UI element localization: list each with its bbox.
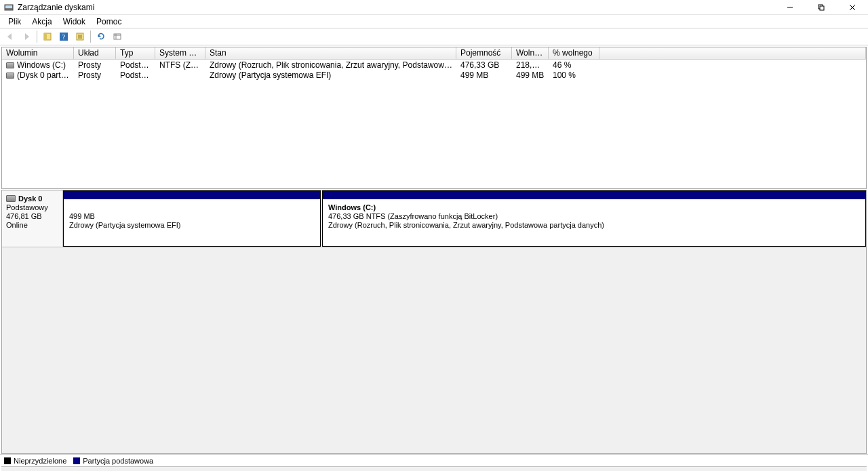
volume-capacity: 476,33 GB	[456, 60, 512, 70]
column-layout[interactable]: Układ	[74, 47, 116, 59]
volume-list: Wolumin Układ Typ System plik... Stan Po…	[1, 47, 867, 189]
volume-fs: NTFS (Zaszy...	[155, 60, 205, 70]
volume-icon	[6, 62, 14, 68]
volume-free: 218,96 GB	[512, 60, 549, 70]
toolbar: ?	[0, 28, 868, 45]
partition-size: 499 MB	[69, 212, 315, 221]
partition-windows[interactable]: Windows (C:) 476,33 GB NTFS (Zaszyfrowan…	[322, 190, 866, 247]
volume-list-header: Wolumin Układ Typ System plik... Stan Po…	[2, 47, 866, 60]
column-pctfree[interactable]: % wolnego	[549, 47, 599, 59]
volume-name: (Dysk 0 partycja 1)	[17, 70, 74, 80]
column-filesystem[interactable]: System plik...	[155, 47, 205, 59]
volume-pctfree: 46 %	[549, 60, 599, 70]
svg-text:?: ?	[62, 33, 66, 41]
show-hide-console-tree-button[interactable]	[40, 29, 55, 44]
disk-graphic-panel: Dysk 0 Podstawowy 476,81 GB Online 499 M…	[1, 190, 867, 454]
menu-bar: Plik Akcja Widok Pomoc	[0, 15, 868, 28]
column-capacity[interactable]: Pojemność	[456, 47, 512, 59]
menu-action[interactable]: Akcja	[26, 16, 57, 28]
toolbar-separator	[37, 30, 37, 43]
properties-button[interactable]	[73, 29, 87, 44]
volume-capacity: 499 MB	[456, 70, 512, 80]
title-bar: Zarządzanie dyskami	[0, 0, 868, 15]
menu-view[interactable]: Widok	[58, 16, 91, 28]
disk-size: 476,81 GB	[6, 212, 58, 221]
disk-online: Online	[6, 221, 58, 230]
minimize-button[interactable]	[774, 0, 806, 15]
partition-efi[interactable]: 499 MB Zdrowy (Partycja systemowa EFI)	[63, 190, 321, 247]
column-status[interactable]: Stan	[205, 47, 456, 59]
svg-rect-15	[114, 34, 121, 39]
legend-unallocated: Nieprzydzielone	[14, 457, 66, 465]
volume-type: Podstaw...	[116, 60, 155, 70]
svg-rect-4	[820, 6, 824, 10]
svg-rect-1	[5, 5, 12, 8]
window-title: Zarządzanie dyskami	[18, 3, 94, 12]
column-spacer	[599, 47, 866, 59]
disk-basic: Podstawowy	[6, 203, 58, 212]
legend-swatch-unallocated	[4, 457, 11, 464]
disk-name: Dysk 0	[18, 194, 42, 203]
column-type[interactable]: Typ	[116, 47, 155, 59]
volume-row[interactable]: (Dysk 0 partycja 1) Prosty Podstaw... Zd…	[2, 70, 866, 80]
partition-details: 476,33 GB NTFS (Zaszyfrowano funkcją Bit…	[328, 212, 860, 221]
maximize-button[interactable]	[806, 0, 837, 15]
close-button[interactable]	[837, 0, 868, 15]
legend: Nieprzydzielone Partycja podstawowa	[0, 454, 868, 466]
partition-name: Windows (C:)	[328, 203, 860, 212]
list-settings-button[interactable]	[110, 29, 125, 44]
partition-bar	[323, 191, 865, 199]
volume-layout: Prosty	[74, 70, 116, 80]
forward-button[interactable]	[19, 29, 34, 44]
partition-status: Zdrowy (Partycja systemowa EFI)	[69, 221, 315, 230]
toolbar-separator	[90, 30, 91, 43]
refresh-button[interactable]	[94, 29, 108, 44]
partition-bar	[64, 191, 320, 199]
status-bar	[1, 466, 867, 471]
legend-primary: Partycja podstawowa	[83, 457, 153, 465]
volume-type: Podstaw...	[116, 70, 155, 80]
volume-name: Windows (C:)	[17, 60, 66, 70]
column-free[interactable]: Wolne ...	[512, 47, 549, 59]
volume-status: Zdrowy (Partycja systemowa EFI)	[205, 70, 456, 80]
back-button[interactable]	[3, 29, 18, 44]
menu-help[interactable]: Pomoc	[91, 16, 127, 28]
help-button[interactable]: ?	[56, 29, 71, 44]
volume-layout: Prosty	[74, 60, 116, 70]
volume-icon	[6, 73, 14, 79]
legend-swatch-primary	[73, 457, 80, 464]
volume-free: 499 MB	[512, 70, 549, 80]
svg-rect-8	[44, 33, 47, 40]
disk-label[interactable]: Dysk 0 Podstawowy 476,81 GB Online	[2, 190, 63, 247]
disk-icon	[6, 195, 16, 202]
partition-status: Zdrowy (Rozruch, Plik stronicowania, Zrz…	[328, 221, 860, 230]
column-volume[interactable]: Wolumin	[2, 47, 74, 59]
volume-pctfree: 100 %	[549, 70, 599, 80]
disk-row: Dysk 0 Podstawowy 476,81 GB Online 499 M…	[2, 190, 866, 247]
app-icon	[4, 3, 14, 12]
volume-row[interactable]: Windows (C:) Prosty Podstaw... NTFS (Zas…	[2, 60, 866, 70]
volume-status: Zdrowy (Rozruch, Plik stronicowania, Zrz…	[205, 60, 456, 70]
menu-file[interactable]: Plik	[3, 16, 26, 28]
